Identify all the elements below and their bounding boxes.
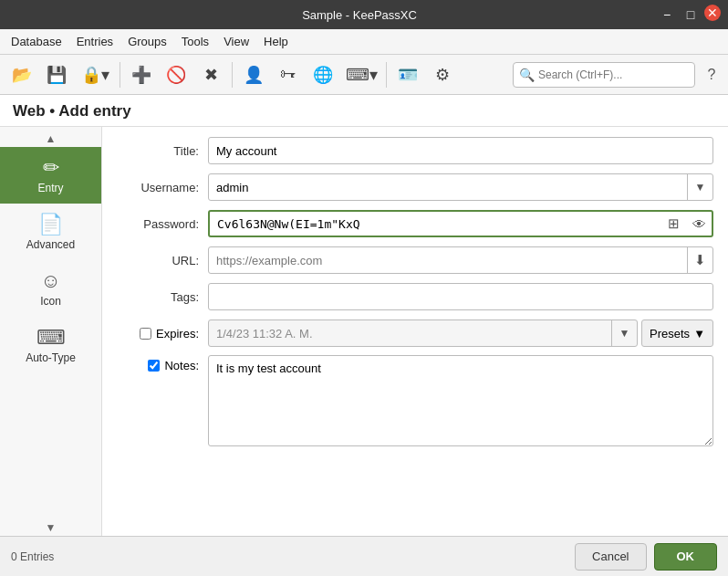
lock-btn[interactable]: 🔒▾	[75, 58, 115, 91]
entry-icon: ✏	[43, 156, 59, 180]
ok-button[interactable]: OK	[654, 543, 718, 571]
menu-groups[interactable]: Groups	[120, 32, 174, 51]
password-label: Password:	[117, 217, 199, 231]
menu-database[interactable]: Database	[4, 32, 69, 51]
search-icon: 🔍	[519, 68, 535, 82]
expires-label: Expires:	[156, 327, 199, 340]
expires-row: Expires: ▼ Presets ▼	[117, 319, 713, 348]
expires-date-wrapper: ▼	[208, 319, 638, 347]
username-dropdown-btn[interactable]: ▼	[687, 174, 712, 200]
expires-calendar-btn[interactable]: ▼	[611, 320, 637, 346]
title-row: Title:	[117, 136, 713, 165]
password-show-btn[interactable]: 👁	[686, 211, 712, 236]
toolbar: 📂 💾 🔒▾ ➕ 🚫 ✖ 👤 🗝 🌐 ⌨▾ 🪪 ⚙ 🔍 ?	[0, 55, 728, 95]
expires-checkbox[interactable]	[140, 328, 151, 340]
password-generate-btn[interactable]: ⊞	[660, 211, 686, 236]
menu-view[interactable]: View	[216, 32, 256, 51]
cancel-button[interactable]: Cancel	[575, 543, 646, 571]
url-download-btn[interactable]: ⬇	[687, 247, 712, 273]
url-input[interactable]	[209, 254, 687, 267]
delete-entry-btn[interactable]: ✖	[194, 58, 227, 91]
help-btn[interactable]: ?	[701, 64, 723, 86]
notes-label-wrapper: Notes:	[117, 355, 199, 372]
username-label: Username:	[117, 181, 199, 194]
tags-row: Tags:	[117, 282, 713, 311]
page-heading: Web • Add entry	[0, 95, 728, 127]
toolbar-separator-2	[232, 62, 233, 88]
username-input[interactable]	[209, 181, 687, 194]
expires-checkbox-wrapper: Expires:	[117, 327, 199, 340]
add-entry-btn[interactable]: ➕	[125, 58, 158, 91]
window-controls: − □ ✕	[657, 5, 721, 25]
menu-bar: Database Entries Groups Tools View Help	[0, 29, 728, 55]
password-field-wrapper: ⊞ 👁	[208, 210, 713, 237]
save-btn[interactable]: 💾	[40, 58, 73, 91]
settings-btn[interactable]: ⚙	[426, 58, 459, 91]
keyboard-btn[interactable]: ⌨▾	[341, 58, 381, 91]
window-title: Sample - KeePassXC	[62, 8, 657, 22]
sidebar-label-entry: Entry	[37, 182, 63, 194]
autotype-icon: ⌨	[36, 326, 66, 350]
sidebar-item-autotype[interactable]: ⌨ Auto-Type	[0, 317, 101, 373]
sidebar-item-entry[interactable]: ✏ Entry	[0, 147, 101, 204]
sidebar-item-advanced[interactable]: 📄 Advanced	[0, 204, 101, 260]
url-label: URL:	[117, 254, 199, 267]
clone-entry-btn[interactable]: 👤	[237, 58, 270, 91]
close-button[interactable]: ✕	[704, 5, 721, 21]
toolbar-separator-1	[120, 62, 120, 88]
search-box: 🔍	[513, 62, 695, 88]
url-row: URL: ⬇	[117, 246, 713, 275]
main-content: ▲ ✏ Entry 📄 Advanced ☺ Icon ⌨ Auto-Type …	[0, 127, 728, 536]
password-row: Password: ⊞ 👁	[117, 209, 713, 238]
search-input[interactable]	[538, 68, 684, 81]
menu-tools[interactable]: Tools	[174, 32, 216, 51]
title-bar: Sample - KeePassXC − □ ✕	[0, 0, 728, 29]
notes-label: Notes:	[164, 359, 199, 372]
sidebar: ▲ ✏ Entry 📄 Advanced ☺ Icon ⌨ Auto-Type …	[0, 127, 102, 536]
tags-label: Tags:	[117, 290, 199, 304]
sidebar-scroll-up[interactable]: ▲	[0, 131, 101, 147]
toolbar-separator-3	[386, 62, 387, 88]
notes-textarea[interactable]: It is my test account	[208, 355, 713, 446]
menu-help[interactable]: Help	[256, 32, 296, 51]
entries-status: 0 Entries	[11, 550, 54, 563]
sidebar-label-advanced: Advanced	[26, 238, 75, 251]
expires-date-input[interactable]	[209, 327, 611, 340]
username-wrapper: ▼	[208, 173, 713, 201]
title-input[interactable]	[208, 137, 713, 164]
url-wrapper: ⬇	[208, 246, 713, 274]
sidebar-label-autotype: Auto-Type	[26, 351, 76, 364]
form-area: Title: Username: ▼ Password: ⊞ 👁 URL:	[102, 127, 728, 536]
notes-checkbox[interactable]	[148, 360, 160, 372]
sidebar-item-icon[interactable]: ☺ Icon	[0, 260, 101, 317]
passkeys-btn[interactable]: 🪪	[391, 58, 424, 91]
minimize-button[interactable]: −	[657, 5, 677, 25]
notes-row: Notes: It is my test account	[117, 355, 713, 446]
open-folder-btn[interactable]: 📂	[5, 58, 38, 91]
edit-entry-btn[interactable]: 🚫	[160, 58, 192, 91]
menu-entries[interactable]: Entries	[69, 32, 120, 51]
advanced-icon: 📄	[38, 213, 63, 236]
username-row: Username: ▼	[117, 173, 713, 202]
presets-label: Presets	[650, 327, 690, 340]
maximize-button[interactable]: □	[681, 5, 701, 25]
tags-input[interactable]	[208, 283, 713, 310]
sidebar-scroll-down[interactable]: ▼	[0, 519, 101, 536]
title-label: Title:	[117, 144, 199, 158]
password-input[interactable]	[210, 217, 660, 231]
bottom-bar: 0 Entries Cancel OK	[0, 536, 728, 576]
presets-btn[interactable]: Presets ▼	[641, 319, 713, 347]
sync-btn[interactable]: 🌐	[307, 58, 339, 91]
presets-arrow-icon: ▼	[693, 327, 705, 340]
password-gen-btn[interactable]: 🗝	[272, 58, 305, 91]
sidebar-label-icon: Icon	[40, 295, 61, 308]
icon-icon: ☺	[40, 269, 60, 293]
